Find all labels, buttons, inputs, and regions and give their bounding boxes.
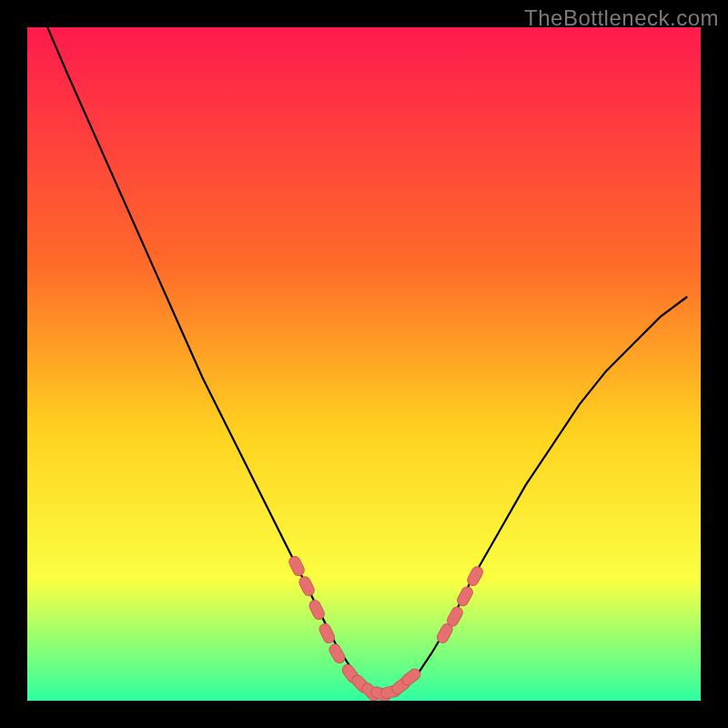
chart-svg xyxy=(27,27,701,701)
chart-plot-area xyxy=(27,27,701,701)
gradient-background xyxy=(27,27,701,701)
chart-frame xyxy=(27,27,701,701)
watermark-text: TheBottleneck.com xyxy=(524,5,719,31)
